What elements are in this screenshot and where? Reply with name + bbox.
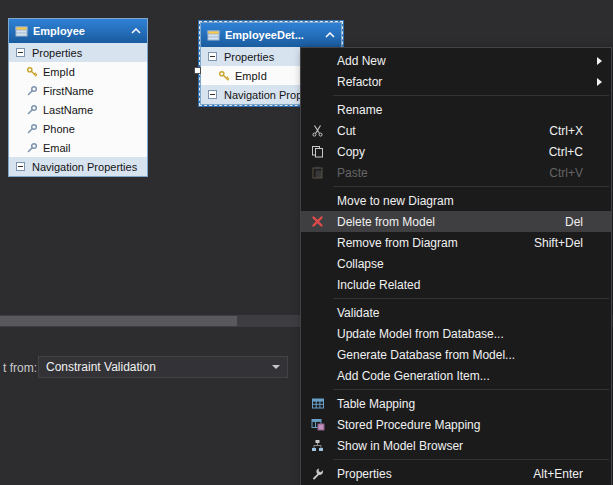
- menu-item-include-related[interactable]: Include Related: [301, 274, 611, 295]
- menu-item-label: Add New: [337, 54, 386, 68]
- property-row-phone[interactable]: Phone: [9, 119, 147, 138]
- entity-employee-header[interactable]: Employee: [9, 19, 147, 43]
- menu-item-refactor[interactable]: Refactor: [301, 71, 611, 92]
- menu-item-label: Copy: [337, 145, 365, 159]
- navigation-section-row[interactable]: Navigation Properties: [9, 157, 147, 176]
- constraint-validation-combobox[interactable]: Constraint Validation: [38, 356, 288, 378]
- menu-item-update-model-from-database[interactable]: Update Model from Database...: [301, 323, 611, 344]
- key-icon: [217, 70, 230, 82]
- menu-item-label: Paste: [337, 166, 368, 180]
- menu-item-label: Delete from Model: [337, 215, 435, 229]
- menu-item-label: Show in Model Browser: [337, 439, 463, 453]
- menu-item-table-mapping[interactable]: Table Mapping: [301, 393, 611, 414]
- menu-item-label: Remove from Diagram: [337, 236, 458, 250]
- chevron-down-icon: [272, 365, 280, 369]
- menu-separator: [333, 459, 609, 460]
- menu-item-add-code-generation-item[interactable]: Add Code Generation Item...: [301, 365, 611, 386]
- menu-item-label: Cut: [337, 124, 356, 138]
- menu-item-copy[interactable]: Copy Ctrl+C: [301, 141, 611, 162]
- menu-item-label: Include Related: [337, 278, 420, 292]
- collapse-chevron-icon[interactable]: [325, 32, 335, 38]
- property-row-firstname[interactable]: FirstName: [9, 81, 147, 100]
- menu-item-collapse[interactable]: Collapse: [301, 253, 611, 274]
- entity-title: EmployeeDet...: [225, 29, 320, 41]
- property-name: FirstName: [43, 85, 94, 97]
- menu-item-label: Add Code Generation Item...: [337, 369, 490, 383]
- selection-handle[interactable]: [194, 67, 201, 74]
- menu-item-shortcut: Ctrl+V: [549, 166, 583, 180]
- menu-item-label: Properties: [337, 467, 392, 481]
- menu-separator: [333, 389, 609, 390]
- menu-item-shortcut: Del: [565, 215, 583, 229]
- property-icon: [25, 142, 38, 154]
- property-name: Email: [43, 142, 71, 154]
- key-icon: [25, 66, 38, 78]
- property-name: LastName: [43, 104, 93, 116]
- properties-section-row[interactable]: Properties: [9, 43, 147, 62]
- properties-icon: [309, 465, 326, 482]
- menu-item-shortcut: Alt+Enter: [533, 467, 583, 481]
- menu-item-label: Collapse: [337, 257, 384, 271]
- menu-item-label: Rename: [337, 103, 382, 117]
- collapse-minus-icon[interactable]: [14, 48, 27, 57]
- property-row-lastname[interactable]: LastName: [9, 100, 147, 119]
- model-browser-icon: [309, 437, 326, 454]
- menu-item-add-new[interactable]: Add New: [301, 50, 611, 71]
- menu-item-properties[interactable]: Properties Alt+Enter: [301, 463, 611, 484]
- collapse-minus-icon[interactable]: [14, 162, 27, 171]
- menu-item-shortcut: Shift+Del: [534, 236, 583, 250]
- menu-item-stored-procedure-mapping[interactable]: Stored Procedure Mapping: [301, 414, 611, 435]
- property-row-empid[interactable]: EmpId: [9, 62, 147, 81]
- copy-icon: [309, 143, 326, 160]
- menu-item-label: Generate Database from Model...: [337, 348, 515, 362]
- menu-item-label: Validate: [337, 306, 379, 320]
- section-label: Properties: [32, 47, 82, 59]
- menu-item-label: Refactor: [337, 75, 382, 89]
- menu-separator: [333, 186, 609, 187]
- property-name: Phone: [43, 123, 75, 135]
- entity-employee-details-header[interactable]: EmployeeDet...: [201, 23, 341, 47]
- property-name: EmpId: [43, 66, 75, 78]
- menu-item-show-in-model-browser[interactable]: Show in Model Browser: [301, 435, 611, 456]
- menu-item-shortcut: Ctrl+C: [549, 145, 583, 159]
- menu-item-shortcut: Ctrl+X: [549, 124, 583, 138]
- property-icon: [25, 123, 38, 135]
- menu-separator: [333, 298, 609, 299]
- menu-item-label: Stored Procedure Mapping: [337, 418, 480, 432]
- menu-item-paste[interactable]: Paste Ctrl+V: [301, 162, 611, 183]
- menu-separator: [333, 95, 609, 96]
- combobox-value: Constraint Validation: [46, 360, 156, 374]
- bottom-panel-label: t from:: [3, 361, 37, 375]
- menu-item-delete-from-model[interactable]: Delete from Model Del: [301, 211, 611, 232]
- menu-item-validate[interactable]: Validate: [301, 302, 611, 323]
- menu-item-rename[interactable]: Rename: [301, 99, 611, 120]
- stored-procedure-mapping-icon: [309, 416, 326, 433]
- delete-icon: [309, 213, 326, 230]
- scrollbar-thumb[interactable]: [0, 316, 237, 326]
- entity-type-icon: [207, 29, 220, 42]
- menu-item-label: Table Mapping: [337, 397, 415, 411]
- menu-item-cut[interactable]: Cut Ctrl+X: [301, 120, 611, 141]
- property-icon: [25, 85, 38, 97]
- collapse-chevron-icon[interactable]: [131, 28, 141, 34]
- menu-item-remove-from-diagram[interactable]: Remove from Diagram Shift+Del: [301, 232, 611, 253]
- property-name: EmpId: [235, 70, 267, 82]
- menu-item-move-to-new-diagram[interactable]: Move to new Diagram: [301, 190, 611, 211]
- entity-employee[interactable]: Employee Properties EmpId FirstName Last…: [8, 18, 148, 177]
- section-label: Properties: [224, 51, 274, 63]
- entity-type-icon: [15, 25, 28, 38]
- collapse-minus-icon[interactable]: [206, 52, 219, 61]
- collapse-minus-icon[interactable]: [206, 90, 219, 99]
- property-icon: [25, 104, 38, 116]
- submenu-arrow-icon: [597, 78, 602, 86]
- menu-item-generate-database-from-model[interactable]: Generate Database from Model...: [301, 344, 611, 365]
- entity-title: Employee: [33, 25, 126, 37]
- paste-icon: [309, 164, 326, 181]
- menu-item-label: Move to new Diagram: [337, 194, 454, 208]
- submenu-arrow-icon: [597, 57, 602, 65]
- cut-icon: [309, 122, 326, 139]
- table-mapping-icon: [309, 395, 326, 412]
- menu-item-label: Update Model from Database...: [337, 327, 504, 341]
- property-row-email[interactable]: Email: [9, 138, 147, 157]
- section-label: Navigation Properties: [32, 161, 137, 173]
